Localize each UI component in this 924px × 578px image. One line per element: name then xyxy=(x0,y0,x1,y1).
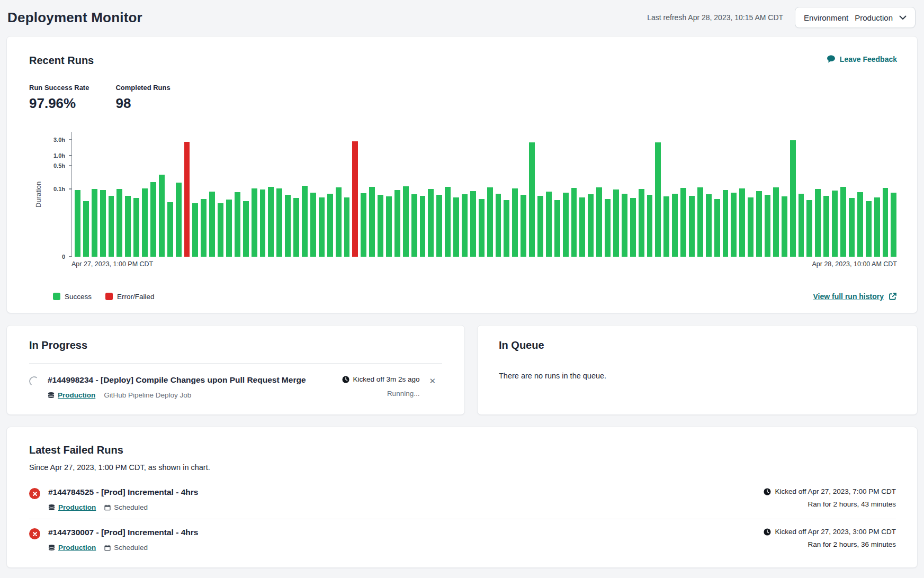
chart-bar-success[interactable] xyxy=(697,187,703,257)
chart-bar-success[interactable] xyxy=(496,194,501,257)
chart-bar-success[interactable] xyxy=(630,198,636,257)
environment-tag[interactable]: Production xyxy=(48,503,96,511)
chart-bar-success[interactable] xyxy=(832,191,838,257)
chart-bar-success[interactable] xyxy=(605,199,611,257)
chart-bar-success[interactable] xyxy=(571,188,577,257)
chart-bar-success[interactable] xyxy=(470,191,476,257)
environment-tag[interactable]: Production xyxy=(48,391,95,399)
chart-bar-success[interactable] xyxy=(176,183,182,257)
chart-bar-success[interactable] xyxy=(647,195,653,257)
chart-bar-success[interactable] xyxy=(663,196,669,257)
chart-bar-success[interactable] xyxy=(285,195,291,257)
chart-bar-success[interactable] xyxy=(773,187,779,257)
chart-bar-success[interactable] xyxy=(293,198,299,257)
chart-bar-success[interactable] xyxy=(823,196,829,257)
chart-bar-success[interactable] xyxy=(512,188,518,257)
chart-bar-success[interactable] xyxy=(731,193,737,257)
chart-bar-success[interactable] xyxy=(689,196,695,257)
chart-bar-failed[interactable] xyxy=(184,142,190,257)
chart-bar-success[interactable] xyxy=(201,199,207,257)
chart-bar-success[interactable] xyxy=(765,195,770,257)
chart-bar-success[interactable] xyxy=(218,203,223,257)
chart-bar-success[interactable] xyxy=(109,196,114,257)
chart-bar-success[interactable] xyxy=(680,188,686,257)
chart-bar-success[interactable] xyxy=(92,189,97,257)
chart-bar-success[interactable] xyxy=(361,193,366,257)
chart-bar-success[interactable] xyxy=(874,197,880,257)
chart-bar-success[interactable] xyxy=(235,192,240,257)
chart-bar-success[interactable] xyxy=(403,186,409,257)
chart-bar-success[interactable] xyxy=(167,202,173,257)
chart-bar-success[interactable] xyxy=(276,188,282,257)
chart-bar-success[interactable] xyxy=(209,192,215,257)
chart-bar-success[interactable] xyxy=(840,187,846,257)
chart-bar-success[interactable] xyxy=(159,175,165,257)
chart-bar-success[interactable] xyxy=(504,200,509,257)
chart-bar-success[interactable] xyxy=(150,182,156,257)
chart-bar-success[interactable] xyxy=(462,194,468,257)
chart-bar-success[interactable] xyxy=(891,193,896,257)
chart-bar-success[interactable] xyxy=(857,192,863,257)
chart-bar-success[interactable] xyxy=(100,190,106,257)
chart-bar-success[interactable] xyxy=(521,195,526,257)
chart-bar-success[interactable] xyxy=(310,193,316,257)
chart-bar-success[interactable] xyxy=(260,189,266,257)
chart-bar-success[interactable] xyxy=(75,190,80,257)
chart-bar-success[interactable] xyxy=(613,189,619,257)
environment-link[interactable]: Production xyxy=(58,391,95,399)
chart-bar-success[interactable] xyxy=(756,191,762,257)
chart-bar-success[interactable] xyxy=(579,197,585,257)
chart-bar-success[interactable] xyxy=(319,197,325,257)
chart-bar-success[interactable] xyxy=(866,201,872,257)
chart-bar-success[interactable] xyxy=(748,197,753,257)
environment-link[interactable]: Production xyxy=(58,544,96,552)
chart-bar-success[interactable] xyxy=(133,198,139,257)
chart-bar-success[interactable] xyxy=(453,197,459,257)
chart-bar-success[interactable] xyxy=(546,192,552,257)
chart-bar-success[interactable] xyxy=(596,187,602,257)
chart-bar-success[interactable] xyxy=(815,189,821,257)
chart-bar-success[interactable] xyxy=(116,189,122,257)
chart-bar-success[interactable] xyxy=(420,196,426,257)
close-icon[interactable]: ✕ xyxy=(429,375,436,399)
chart-bar-failed[interactable] xyxy=(352,141,358,257)
chart-bar-success[interactable] xyxy=(125,196,131,257)
chart-bar-success[interactable] xyxy=(83,201,89,257)
chart-bar-success[interactable] xyxy=(588,194,594,257)
chart-bar-success[interactable] xyxy=(782,196,787,257)
chart-bar-success[interactable] xyxy=(806,200,812,257)
leave-feedback-link[interactable]: Leave Feedback xyxy=(827,55,897,64)
chart-bar-success[interactable] xyxy=(883,188,889,257)
chart-bar-success[interactable] xyxy=(268,187,274,257)
chart-bar-success[interactable] xyxy=(563,193,569,257)
environment-link[interactable]: Production xyxy=(58,503,96,511)
chart-bar-success[interactable] xyxy=(849,198,855,257)
environment-dropdown[interactable]: Environment Production xyxy=(795,7,916,28)
chart-bar-success[interactable] xyxy=(739,188,745,257)
chart-bar-success[interactable] xyxy=(799,194,804,257)
chart-bar-success[interactable] xyxy=(226,200,232,257)
chart-bar-success[interactable] xyxy=(445,187,451,257)
chart-bar-success[interactable] xyxy=(554,200,560,257)
chart-bar-success[interactable] xyxy=(655,142,661,257)
chart-bar-success[interactable] xyxy=(369,187,375,257)
chart-bar-success[interactable] xyxy=(639,189,644,257)
chart-bar-success[interactable] xyxy=(394,190,400,257)
chart-bar-success[interactable] xyxy=(142,188,148,257)
chart-bar-success[interactable] xyxy=(428,189,434,257)
chart-bar-success[interactable] xyxy=(790,140,796,257)
chart-bar-success[interactable] xyxy=(537,196,543,257)
chart-bar-success[interactable] xyxy=(243,201,249,257)
chart-bar-success[interactable] xyxy=(252,188,257,257)
environment-tag[interactable]: Production xyxy=(48,544,96,552)
chart-bar-success[interactable] xyxy=(386,196,392,257)
chart-bar-success[interactable] xyxy=(327,194,333,257)
chart-bar-success[interactable] xyxy=(529,142,535,257)
view-full-run-history-link[interactable]: View full run history xyxy=(813,292,897,301)
chart-bar-success[interactable] xyxy=(487,187,493,257)
chart-bar-success[interactable] xyxy=(336,187,342,257)
chart-bar-success[interactable] xyxy=(622,194,627,257)
chart-bar-success[interactable] xyxy=(378,195,383,257)
chart-bar-success[interactable] xyxy=(672,194,678,257)
chart-bar-success[interactable] xyxy=(706,194,712,257)
